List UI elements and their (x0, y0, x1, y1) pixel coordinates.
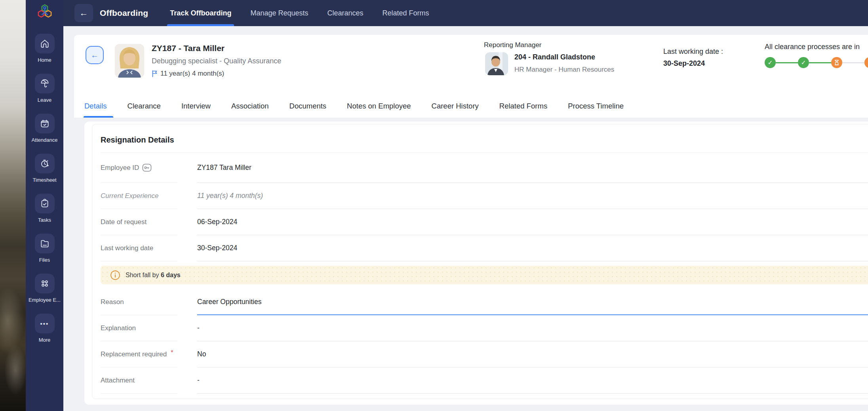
tab-track-offboarding[interactable]: Track Offboarding (170, 0, 231, 26)
tab-clearance[interactable]: Clearance (128, 95, 161, 118)
tab-association[interactable]: Association (231, 95, 269, 118)
back-arrow-icon: ← (80, 8, 88, 18)
tab-label: Details (84, 102, 107, 110)
zoho-people-logo[interactable] (36, 3, 54, 21)
sidebar-item-files[interactable]: Files (35, 234, 55, 274)
field-label-text: Date of request (101, 218, 147, 226)
field-label-text: Attachment (101, 377, 135, 384)
module-title: Offboarding (100, 8, 148, 18)
tab-label: Clearances (327, 9, 363, 17)
field-row-date-of-request: Date of request 06-Sep-2024 (101, 209, 868, 235)
ellipsis-icon: ••• (40, 320, 49, 327)
field-label-text: Last working date (101, 244, 153, 252)
tab-label: Notes on Employee (347, 102, 411, 110)
clearance-step-done[interactable]: ✓ (798, 57, 809, 68)
field-value: 11 year(s) 4 month(s) (197, 183, 868, 209)
sidebar-item-home[interactable]: Home (35, 34, 55, 74)
field-gap (177, 235, 197, 261)
home-icon (40, 38, 50, 49)
topbar: ← Offboarding Track Offboarding Manage R… (63, 0, 868, 26)
leave-tile (35, 74, 55, 93)
sidebar-item-employee-engagement[interactable]: Employee E... (29, 274, 61, 314)
tab-career-history[interactable]: Career History (432, 95, 479, 118)
clearance-step-done[interactable]: ✓ (765, 57, 776, 68)
tenure-text: 11 year(s) 4 month(s) (160, 70, 224, 78)
tab-label: Related Forms (499, 102, 547, 110)
flag-icon (152, 70, 158, 77)
field-gap (177, 209, 197, 235)
employee-name: ZY187 - Tara Miller (152, 44, 225, 53)
tab-label: Related Forms (383, 9, 429, 17)
field-row-explanation: Explanation - (101, 315, 868, 341)
shortfall-days: 6 days (161, 272, 181, 278)
tab-manage-requests[interactable]: Manage Requests (250, 0, 308, 26)
field-gap (177, 153, 197, 183)
sidebar-item-more[interactable]: ••• More (35, 314, 55, 354)
sidebar-item-label: Files (39, 257, 50, 263)
shortfall-warning-banner: Short fall by 6 days (101, 266, 868, 284)
field-gap (177, 367, 197, 394)
tab-documents[interactable]: Documents (289, 95, 327, 118)
field-label-text: Replacement required (101, 350, 167, 358)
tab-label: Clearance (128, 102, 161, 110)
info-icon (110, 270, 120, 280)
manager-avatar (485, 52, 508, 75)
clearance-progress-steps: ✓ ✓ (765, 57, 868, 68)
field-value: - (197, 367, 868, 394)
background-photo-strip (0, 0, 26, 411)
field-row-last-working-date: Last working date 30-Sep-2024 (101, 235, 868, 261)
tab-clearances[interactable]: Clearances (327, 0, 363, 26)
detail-tabbar: Details Clearance Interview Association … (84, 95, 624, 118)
active-tab-underline (167, 24, 234, 26)
tab-details[interactable]: Details (84, 95, 107, 118)
sidebar-item-leave[interactable]: Leave (35, 74, 55, 114)
tab-notes-on-employee[interactable]: Notes on Employee (347, 95, 411, 118)
tab-label: Process Timeline (568, 102, 624, 110)
timesheet-tile (35, 154, 55, 173)
last-working-date-value: 30-Sep-2024 (663, 59, 705, 68)
sidebar-item-tasks[interactable]: Tasks (35, 194, 55, 234)
tab-interview[interactable]: Interview (181, 95, 211, 118)
field-label: Reason (101, 289, 177, 315)
sidebar-item-label: Leave (38, 97, 51, 103)
field-label-text: Employee ID (101, 164, 139, 172)
tab-process-timeline[interactable]: Process Timeline (568, 95, 624, 118)
logo-icon (36, 3, 53, 21)
field-row-reason: Reason Career Opportunities (101, 289, 868, 315)
clearance-step-pending[interactable] (864, 57, 868, 68)
tab-related-forms[interactable]: Related Forms (383, 0, 429, 26)
sidebar-item-label: Home (38, 57, 51, 63)
field-label: Employee ID (101, 153, 177, 183)
resignation-details-card: Resignation Details Employee ID ZY187 Ta… (92, 124, 868, 399)
manager-photo (485, 52, 508, 75)
attendance-tile (35, 114, 55, 133)
tab-related-forms[interactable]: Related Forms (499, 95, 547, 118)
employee-photo (115, 44, 144, 78)
field-value: ZY187 Tara Miller (197, 153, 868, 183)
sidebar-item-label: Timesheet (32, 177, 56, 183)
field-value: No (197, 341, 868, 367)
topbar-back-button[interactable]: ← (74, 4, 93, 22)
reason-input[interactable]: Career Opportunities (197, 289, 868, 315)
field-label: Explanation (101, 315, 177, 341)
back-to-list-button[interactable]: ← (86, 46, 104, 64)
field-label: Current Experience (101, 183, 177, 209)
field-gap (177, 289, 197, 315)
hourglass-icon (834, 60, 839, 65)
sidebar-item-timesheet[interactable]: Timesheet (32, 154, 56, 194)
stopwatch-icon (40, 158, 50, 169)
tasks-tile (35, 194, 55, 213)
sidebar-item-attendance[interactable]: Attendance (32, 114, 58, 154)
clipboard-check-icon (40, 198, 50, 209)
employee-tenure: 11 year(s) 4 month(s) (152, 70, 224, 78)
home-tile (35, 34, 55, 53)
sidebar-item-label: Employee E... (29, 297, 61, 303)
field-label: Attachment (101, 367, 177, 394)
employee-role: Debugging specialist - Quality Assurance (152, 57, 281, 65)
files-tile (35, 234, 55, 253)
manager-role: HR Manager - Human Resources (514, 66, 614, 74)
tab-label: Interview (181, 102, 211, 110)
tab-label: Manage Requests (250, 9, 308, 17)
shortfall-prefix: Short fall by (126, 272, 161, 278)
clearance-step-pending[interactable] (831, 57, 842, 68)
